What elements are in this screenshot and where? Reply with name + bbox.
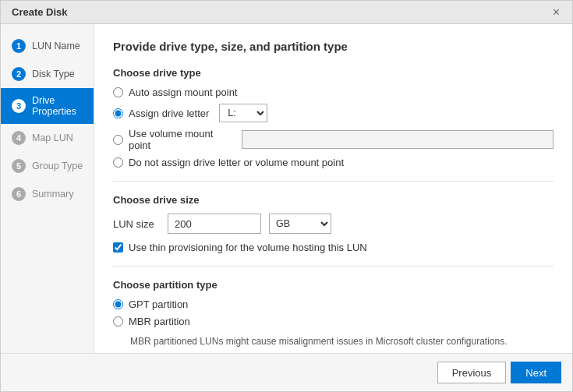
radio-gpt[interactable] [113, 299, 123, 309]
drive-type-label: Choose drive type [113, 67, 554, 79]
sidebar-label-summary: Summary [32, 189, 73, 200]
radio-volume-mount-label[interactable]: Use volume mount point [129, 128, 232, 151]
partition-section: Choose partition type GPT partition MBR … [113, 279, 554, 347]
create-disk-dialog: Create Disk × 1 LUN Name 2 Disk Type 3 D… [0, 0, 573, 392]
sidebar-label-disk-type: Disk Type [32, 69, 75, 79]
sidebar-label-lun-name: LUN Name [32, 41, 80, 51]
radio-row-no-assign: Do not assign drive letter or volume mou… [113, 157, 554, 168]
radio-no-assign-label[interactable]: Do not assign drive letter or volume mou… [129, 157, 344, 168]
thin-provision-row: Use thin provisioning for the volume hos… [113, 242, 554, 253]
thin-provision-checkbox[interactable] [113, 242, 123, 253]
sidebar-label-group-type: Group Type [32, 161, 83, 171]
volume-mount-input[interactable] [242, 130, 554, 149]
radio-row-auto-assign: Auto assign mount point [113, 87, 554, 98]
volume-mount-input-wrapper [242, 130, 554, 149]
sidebar-item-lun-name[interactable]: 1 LUN Name [1, 32, 94, 60]
partition-radio-group: GPT partition MBR partition MBR partitio… [113, 298, 554, 347]
thin-provision-label[interactable]: Use thin provisioning for the volume hos… [129, 242, 367, 253]
step-num-4: 4 [12, 131, 26, 145]
dialog-body: 1 LUN Name 2 Disk Type 3 Drive Propertie… [1, 24, 572, 353]
sidebar-label-map-lun: Map LUN [32, 132, 73, 143]
lun-size-label: LUN size [113, 218, 160, 230]
section-title: Provide drive type, size, and partition … [113, 40, 554, 53]
radio-row-assign-letter: Assign drive letter L: M: N: O: [113, 104, 554, 122]
radio-row-mbr: MBR partition [113, 316, 554, 327]
drive-letter-select[interactable]: L: M: N: O: [219, 104, 267, 122]
radio-gpt-label[interactable]: GPT partition [129, 298, 188, 310]
step-num-3: 3 [12, 99, 26, 113]
main-content: Provide drive type, size, and partition … [94, 24, 572, 353]
step-num-1: 1 [12, 39, 26, 53]
sidebar-item-map-lun[interactable]: 4 Map LUN [1, 124, 94, 152]
close-button[interactable]: × [551, 6, 561, 19]
radio-auto-assign[interactable] [113, 87, 123, 97]
radio-assign-letter[interactable] [113, 108, 123, 118]
radio-volume-mount[interactable] [113, 135, 123, 145]
step-num-6: 6 [12, 187, 26, 201]
radio-no-assign[interactable] [113, 157, 123, 168]
dialog-title: Create Disk [12, 6, 68, 18]
unit-select[interactable]: GB TB MB [269, 214, 331, 234]
sidebar-item-group-type[interactable]: 5 Group Type [1, 152, 94, 180]
sidebar-item-summary[interactable]: 6 Summary [1, 180, 94, 208]
lun-size-row: LUN size GB TB MB [113, 214, 554, 234]
radio-auto-assign-label[interactable]: Auto assign mount point [129, 87, 237, 98]
drive-type-radio-group: Auto assign mount point Assign drive let… [113, 87, 554, 168]
lun-size-input[interactable] [168, 214, 261, 234]
sidebar-label-drive-properties: Drive Properties [32, 95, 86, 117]
divider-1 [113, 181, 554, 182]
radio-mbr-label[interactable]: MBR partition [129, 316, 190, 327]
sidebar-item-disk-type[interactable]: 2 Disk Type [1, 60, 94, 88]
step-num-5: 5 [12, 159, 26, 173]
drive-letter-dropdown-wrapper: L: M: N: O: [219, 104, 267, 122]
radio-row-volume-mount: Use volume mount point [113, 128, 554, 151]
next-button[interactable]: Next [511, 362, 561, 383]
sidebar-item-drive-properties[interactable]: 3 Drive Properties [1, 88, 94, 124]
radio-mbr[interactable] [113, 316, 123, 327]
step-num-2: 2 [12, 67, 26, 81]
radio-row-gpt: GPT partition [113, 298, 554, 310]
dialog-header: Create Disk × [1, 1, 572, 24]
previous-button[interactable]: Previous [437, 362, 507, 383]
radio-assign-letter-label[interactable]: Assign drive letter [129, 108, 209, 119]
divider-2 [113, 266, 554, 267]
drive-size-section: Choose drive size LUN size GB TB MB Use … [113, 194, 554, 253]
partition-type-label: Choose partition type [113, 279, 554, 291]
sidebar: 1 LUN Name 2 Disk Type 3 Drive Propertie… [1, 24, 94, 353]
drive-size-label: Choose drive size [113, 194, 554, 206]
dialog-footer: Previous Next [1, 353, 572, 391]
partition-note: MBR partitioned LUNs might cause misalig… [130, 336, 554, 347]
